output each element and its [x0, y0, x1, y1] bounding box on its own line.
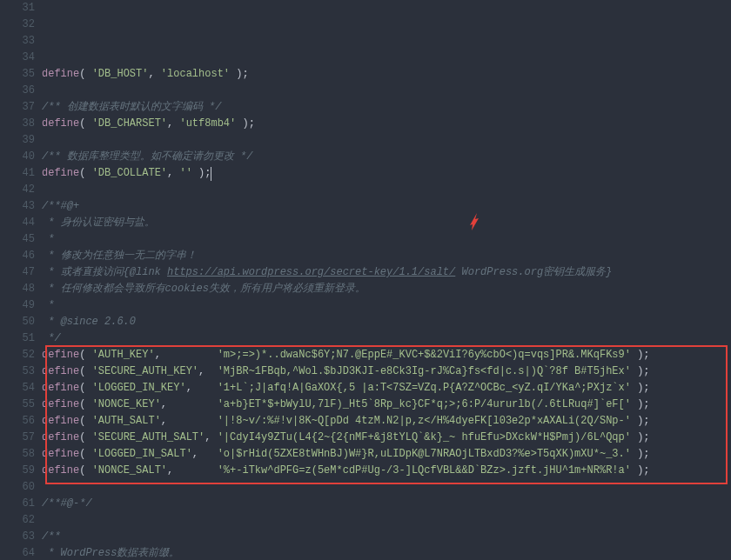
token-str: 'DB_HOST'	[92, 68, 149, 80]
code-editor[interactable]: 3132333435363738394041424344454647484950…	[0, 0, 731, 560]
line-number: 38	[0, 116, 35, 132]
token-punc: (	[79, 382, 91, 394]
line-number: 59	[0, 463, 35, 479]
token-comment: /**#@+	[42, 200, 79, 212]
line-number: 33	[0, 33, 35, 50]
token-punc: ,	[167, 464, 218, 477]
line-number: 36	[0, 83, 35, 99]
annotation-arrow	[465, 178, 482, 199]
token-str: ''	[179, 167, 191, 179]
token-punc: (	[79, 415, 91, 427]
token-punc: ,	[161, 415, 218, 427]
token-str: 'MjBR~1FBqb,^Wol.$bJD3KJI-e8Ck3Ig-rJ%Ca}…	[218, 365, 631, 377]
code-line[interactable]: define( 'NONCE_SALT', '%+-iTkw^dPFG=z(5e…	[42, 463, 731, 479]
code-line[interactable]: * 或者直接访问{@link https://api.wordpress.org…	[42, 264, 731, 281]
line-number: 50	[0, 314, 35, 330]
token-str: 'AUTH_KEY'	[92, 349, 155, 361]
token-kw: define	[42, 415, 79, 427]
code-line[interactable]	[42, 182, 731, 198]
token-str: '|!8~v/:%#!v|8K~Q[pDd 4tzM.N2|p,z</H%4dy…	[218, 415, 631, 427]
token-comment: * 修改为任意独一无二的字串！	[42, 250, 197, 262]
token-punc: );	[236, 117, 255, 130]
token-punc: ,	[198, 365, 218, 377]
line-number: 46	[0, 248, 35, 264]
token-str: 'NONCE_KEY'	[92, 398, 161, 410]
token-punc: ,	[155, 349, 218, 361]
code-line[interactable]: /**#@+	[42, 198, 731, 215]
line-number: 58	[0, 446, 35, 463]
code-line[interactable]: define( 'DB_CHARSET', 'utf8mb4' );	[42, 116, 731, 132]
token-punc: (	[79, 68, 91, 80]
token-comment: *	[42, 233, 54, 245]
line-number: 57	[0, 430, 35, 446]
code-line[interactable]: define( 'NONCE_KEY', 'a+b}ET*$+bWylU,7lF…	[42, 397, 731, 413]
code-line[interactable]: define( 'LOGGED_IN_KEY', '1+L`;J|afq!A|G…	[42, 380, 731, 397]
token-kw: define	[42, 365, 79, 377]
code-line[interactable]: * 任何修改都会导致所有cookies失效，所有用户将必须重新登录。	[42, 281, 731, 297]
token-punc: (	[79, 365, 91, 377]
code-line[interactable]: * 身份认证密钥与盐。	[42, 215, 731, 231]
code-line[interactable]: *	[42, 231, 731, 248]
code-area[interactable]: define( 'DB_HOST', 'localhost' );/** 创建数…	[42, 0, 731, 560]
line-number: 55	[0, 397, 35, 413]
line-number: 37	[0, 99, 35, 116]
token-kw: define	[42, 167, 79, 179]
token-punc: (	[79, 117, 91, 130]
token-punc: );	[631, 349, 650, 361]
code-line[interactable]: define( 'SECURE_AUTH_KEY', 'MjBR~1FBqb,^…	[42, 363, 731, 380]
token-punc: );	[631, 398, 650, 410]
code-line[interactable]: /**#@-*/	[42, 496, 731, 512]
line-number: 61	[0, 496, 35, 512]
line-number: 40	[0, 149, 35, 165]
token-comment: /** 数据库整理类型。如不确定请勿更改 */	[42, 150, 252, 163]
line-number: 47	[0, 264, 35, 281]
token-comment: * 或者直接访问{@link	[42, 266, 167, 278]
token-punc: (	[79, 448, 91, 460]
line-number: 39	[0, 132, 35, 149]
token-kw: define	[42, 349, 79, 361]
code-line[interactable]: define( 'DB_HOST', 'localhost' );	[42, 66, 731, 83]
code-line[interactable]: /** 数据库整理类型。如不确定请勿更改 */	[42, 149, 731, 165]
code-line[interactable]: define( 'AUTH_KEY', 'm>;=>)*..dwaNc$6Y;N…	[42, 347, 731, 363]
token-punc: (	[79, 349, 91, 361]
code-line[interactable]: * WordPress数据表前缀。	[42, 545, 731, 560]
code-line[interactable]: define( 'LOGGED_IN_SALT', 'o|$rHid(5ZXE8…	[42, 446, 731, 463]
line-number: 53	[0, 363, 35, 380]
line-number: 51	[0, 330, 35, 347]
token-comment: * 身份认证密钥与盐。	[42, 217, 155, 229]
token-str: 'm>;=>)*..dwaNc$6Y;N7.@EppE#_KVC+$&2ViI?…	[218, 349, 631, 361]
line-number: 31	[0, 0, 35, 17]
code-line[interactable]	[42, 512, 731, 529]
token-punc: );	[192, 167, 211, 179]
token-punc: );	[631, 415, 650, 427]
code-line[interactable]	[42, 50, 731, 66]
code-line[interactable]: /**	[42, 529, 731, 545]
code-line[interactable]: *	[42, 297, 731, 314]
line-number-gutter: 3132333435363738394041424344454647484950…	[0, 0, 42, 560]
line-number: 43	[0, 198, 35, 215]
code-line[interactable]: define( 'AUTH_SALT', '|!8~v/:%#!v|8K~Q[p…	[42, 413, 731, 430]
token-punc: ,	[161, 398, 218, 410]
token-comment: * WordPress数据表前缀。	[42, 547, 179, 559]
token-str: 'LOGGED_IN_SALT'	[92, 448, 192, 460]
token-kw: define	[42, 431, 79, 443]
code-line[interactable]	[42, 83, 731, 99]
code-line[interactable]: define( 'DB_COLLATE', '' );	[42, 165, 731, 182]
token-str: 'SECURE_AUTH_KEY'	[92, 365, 198, 377]
line-number: 48	[0, 281, 35, 297]
token-kw: define	[42, 68, 79, 80]
token-kw: define	[42, 448, 79, 460]
code-line[interactable]: */	[42, 330, 731, 347]
token-kw: define	[42, 117, 79, 130]
code-line[interactable]: * 修改为任意独一无二的字串！	[42, 248, 731, 264]
line-number: 62	[0, 512, 35, 529]
code-line[interactable]	[42, 479, 731, 496]
code-line[interactable]: * @since 2.6.0	[42, 314, 731, 330]
token-comment: * @since 2.6.0	[42, 316, 136, 328]
code-line[interactable]	[42, 132, 731, 149]
code-line[interactable]: define( 'SECURE_AUTH_SALT', '|CdyI4y9ZTu…	[42, 430, 731, 446]
text-cursor	[211, 167, 211, 181]
code-line[interactable]: /** 创建数据表时默认的文字编码 */	[42, 99, 731, 116]
line-number: 60	[0, 479, 35, 496]
token-str: 'localhost'	[161, 68, 230, 80]
